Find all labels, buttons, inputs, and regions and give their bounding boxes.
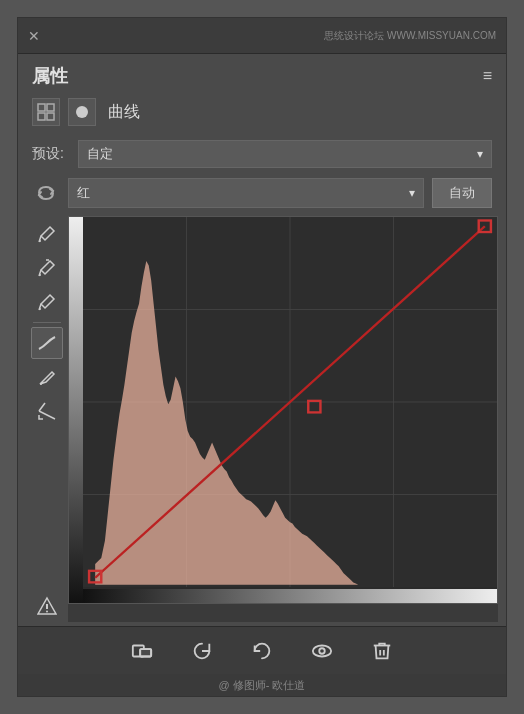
weibo-footer: @ 修图师- 欧仕道 bbox=[18, 674, 506, 696]
grid-icon-btn[interactable] bbox=[32, 98, 60, 126]
curve-tool[interactable] bbox=[31, 327, 63, 359]
presets-value: 自定 bbox=[87, 145, 113, 163]
svg-point-8 bbox=[39, 274, 41, 276]
add-layer-button[interactable] bbox=[126, 635, 158, 667]
weibo-text: @ 修图师- 欧仕道 bbox=[219, 678, 306, 693]
channel-title: 曲线 bbox=[108, 102, 140, 123]
svg-point-4 bbox=[76, 106, 88, 118]
channel-value: 红 bbox=[77, 184, 90, 202]
curves-container bbox=[68, 216, 498, 622]
svg-point-17 bbox=[46, 611, 48, 613]
eyedropper2-tool[interactable] bbox=[31, 252, 63, 284]
horizontal-gradient-bar bbox=[83, 589, 497, 603]
bottom-bar bbox=[68, 604, 498, 622]
eyedropper1-tool[interactable] bbox=[31, 218, 63, 250]
close-button[interactable]: ✕ bbox=[28, 28, 40, 44]
svg-point-11 bbox=[39, 308, 41, 310]
watermark-text: 思统设计论坛 WWW.MISSYUAN.COM bbox=[324, 29, 496, 43]
channel-row: 红 ▾ 自动 bbox=[18, 174, 506, 212]
chart-area bbox=[83, 217, 497, 587]
svg-rect-1 bbox=[47, 104, 54, 111]
main-area bbox=[18, 212, 506, 626]
warning-icon bbox=[31, 590, 63, 622]
grid-icon bbox=[37, 103, 55, 121]
circle-icon bbox=[74, 104, 90, 120]
presets-label: 预设: bbox=[32, 145, 68, 163]
presets-select[interactable]: 自定 ▾ bbox=[78, 140, 492, 168]
channel-select[interactable]: 红 ▾ bbox=[68, 178, 424, 208]
curves-graph[interactable] bbox=[68, 216, 498, 604]
panel: ✕ 思统设计论坛 WWW.MISSYUAN.COM 属性 ≡ 曲线 预设: 自定 bbox=[17, 17, 507, 697]
tool-separator bbox=[33, 322, 61, 323]
panel-title: 属性 bbox=[32, 64, 68, 88]
svg-rect-2 bbox=[38, 113, 45, 120]
auto-button[interactable]: 自动 bbox=[432, 178, 492, 208]
svg-point-33 bbox=[319, 648, 325, 654]
svg-rect-30 bbox=[140, 649, 151, 656]
svg-point-32 bbox=[313, 645, 331, 656]
circle-icon-btn[interactable] bbox=[68, 98, 96, 126]
reset-button[interactable] bbox=[186, 635, 218, 667]
svg-rect-0 bbox=[38, 104, 45, 111]
panel-header: 属性 ≡ bbox=[18, 54, 506, 94]
eyedropper3-tool[interactable] bbox=[31, 286, 63, 318]
undo-button[interactable] bbox=[246, 635, 278, 667]
refresh-icon[interactable] bbox=[32, 179, 60, 207]
top-bar: ✕ 思统设计论坛 WWW.MISSYUAN.COM bbox=[18, 18, 506, 54]
curves-svg bbox=[83, 217, 497, 587]
svg-point-6 bbox=[39, 240, 41, 242]
pencil-tool[interactable] bbox=[31, 361, 63, 393]
svg-line-14 bbox=[39, 403, 45, 411]
visibility-button[interactable] bbox=[306, 635, 338, 667]
svg-rect-3 bbox=[47, 113, 54, 120]
presets-row: 预设: 自定 ▾ bbox=[18, 134, 506, 174]
sub-header: 曲线 bbox=[18, 94, 506, 134]
anchor-tool[interactable] bbox=[31, 395, 63, 427]
footer-toolbar bbox=[18, 626, 506, 674]
channel-chevron: ▾ bbox=[409, 186, 415, 200]
vertical-gradient-bar bbox=[69, 217, 83, 603]
delete-button[interactable] bbox=[366, 635, 398, 667]
menu-icon[interactable]: ≡ bbox=[483, 67, 492, 85]
left-tools bbox=[26, 216, 68, 622]
presets-chevron: ▾ bbox=[477, 147, 483, 161]
svg-line-13 bbox=[39, 411, 55, 419]
